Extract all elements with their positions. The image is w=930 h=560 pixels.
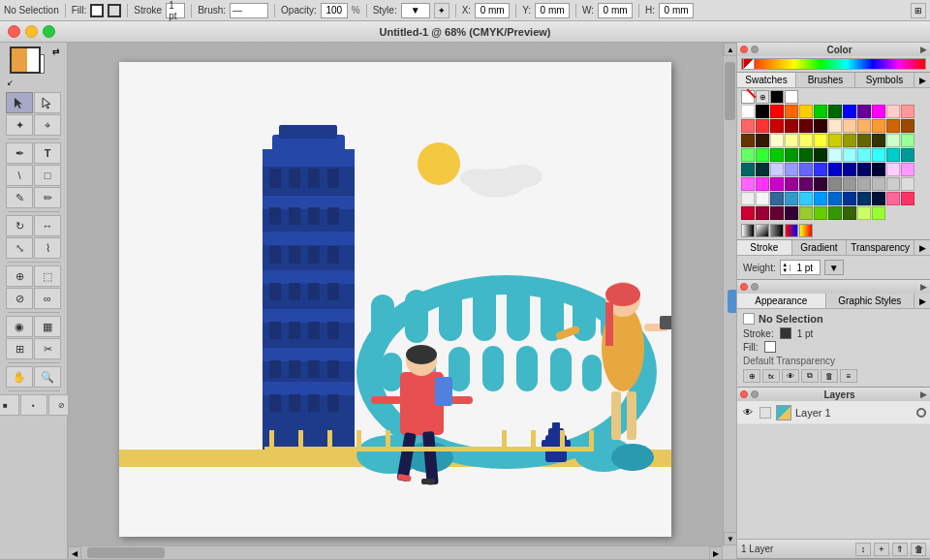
color-swatch[interactable] (814, 192, 827, 205)
app-menu-btn[interactable]: ≡ (840, 369, 857, 383)
direct-selection-tool[interactable] (34, 92, 61, 113)
fill-app-swatch[interactable] (764, 341, 776, 353)
color-swatch[interactable] (843, 192, 856, 205)
scroll-right-arrow[interactable]: ▶ (709, 546, 723, 559)
color-swatch[interactable] (901, 177, 914, 191)
x-input[interactable]: 0 mm (475, 3, 510, 18)
line-tool[interactable]: \ (6, 165, 33, 186)
style-icon[interactable]: ✦ (434, 3, 450, 18)
color-swatch[interactable] (756, 192, 769, 205)
app-dup-btn[interactable]: ⧉ (801, 369, 819, 383)
color-swatch[interactable] (770, 206, 784, 220)
color-swatch[interactable] (741, 148, 755, 162)
color-swatch[interactable] (741, 192, 755, 205)
color-swatch[interactable] (770, 148, 784, 162)
default-colors-icon[interactable]: ↙ (7, 78, 14, 87)
color-panel-minimize[interactable] (751, 46, 759, 53)
color-swatch[interactable] (799, 192, 813, 205)
color-swatch[interactable] (901, 134, 914, 147)
color-swatch[interactable] (741, 163, 755, 176)
color-swatch[interactable] (872, 119, 885, 133)
scroll-left-arrow[interactable]: ◀ (68, 546, 81, 559)
color-swatch[interactable] (843, 134, 856, 147)
color-swatch[interactable] (828, 206, 842, 220)
scroll-down-arrow[interactable]: ▼ (724, 532, 736, 545)
color-swatch[interactable] (872, 148, 885, 162)
color-swatch[interactable] (770, 163, 784, 176)
color-swatch[interactable] (857, 206, 871, 220)
color-swatch[interactable] (799, 105, 813, 118)
color-swatch[interactable] (828, 119, 842, 133)
gradient-swatch-3[interactable] (770, 224, 784, 237)
weight-unit-dropdown[interactable]: ▼ (824, 260, 844, 275)
warp-tool[interactable]: ⌇ (34, 237, 61, 259)
color-swatch[interactable] (814, 105, 827, 118)
color-swatch[interactable] (857, 119, 871, 133)
create-layer-btn[interactable]: + (874, 543, 889, 556)
rotate-tool[interactable]: ↻ (6, 215, 33, 236)
color-swatch[interactable] (741, 177, 755, 191)
app-eye-btn[interactable]: 👁 (782, 369, 799, 383)
eyedropper-tool[interactable]: ⊘ (6, 288, 33, 309)
color-swatch[interactable] (756, 206, 769, 220)
type-tool[interactable]: T (34, 142, 61, 164)
color-swatch[interactable] (814, 163, 827, 176)
opacity-input[interactable]: 100 (321, 3, 348, 18)
color-swatch[interactable] (857, 134, 871, 147)
color-swatch[interactable] (857, 163, 871, 176)
weight-down-btn[interactable]: ▼ (782, 267, 788, 273)
symbol-sprayer-tool[interactable]: ◉ (6, 316, 33, 337)
color-swatch[interactable] (785, 192, 798, 205)
color-swatch[interactable] (872, 206, 885, 220)
color-swatch[interactable] (828, 148, 842, 162)
color-swatch[interactable] (799, 206, 813, 220)
color-swatch[interactable] (785, 119, 798, 133)
color-swatch[interactable] (843, 119, 856, 133)
color-swatch[interactable] (843, 206, 856, 220)
tab-transparency[interactable]: Transparency (847, 240, 914, 255)
stroke-swatch[interactable] (108, 4, 121, 17)
move-to-layer-btn[interactable]: ⇑ (892, 543, 908, 556)
color-swatch[interactable] (756, 119, 769, 133)
color-swatch[interactable] (741, 134, 755, 147)
canvas-document[interactable] (119, 62, 671, 537)
color-swatch[interactable] (828, 177, 842, 191)
column-graph-tool[interactable]: ▦ (34, 316, 61, 337)
artboard-tool[interactable]: ⊞ (6, 338, 33, 359)
horizontal-scrollbar[interactable]: ◀ ▶ (68, 545, 723, 559)
selection-tool[interactable] (6, 92, 33, 113)
color-swatch[interactable] (872, 105, 885, 118)
color-swatch[interactable] (843, 177, 856, 191)
fg-swatch[interactable] (10, 47, 41, 74)
gradient-swatch-4[interactable] (785, 224, 798, 237)
lasso-tool[interactable]: ⌖ (34, 114, 61, 136)
color-panel-expand[interactable]: ▶ (920, 45, 927, 54)
color-swatch[interactable] (886, 134, 900, 147)
color-swatch[interactable] (799, 148, 813, 162)
color-swatch[interactable] (886, 119, 900, 133)
color-swatch[interactable] (770, 105, 784, 118)
tab-stroke[interactable]: Stroke (737, 240, 792, 255)
color-swatch[interactable] (770, 119, 784, 133)
arrange-icon[interactable]: ⊞ (911, 3, 926, 18)
gradient-swatch-2[interactable] (756, 224, 769, 237)
layer-visibility-toggle[interactable]: 👁 (741, 406, 755, 420)
slice-tool[interactable]: ✂ (34, 338, 61, 359)
weight-stepper-btns[interactable]: ▲ ▼ (781, 264, 790, 271)
appearance-close[interactable] (740, 283, 748, 291)
gradient-swatch-1[interactable] (741, 224, 755, 237)
color-swatch[interactable] (770, 192, 784, 205)
color-swatch[interactable] (872, 192, 885, 205)
swatch-register[interactable]: ⊕ (756, 90, 769, 104)
color-swatch[interactable] (901, 119, 914, 133)
swatches-panel-menu[interactable]: ▶ (914, 73, 930, 87)
gradient-swatch-5[interactable] (799, 224, 813, 237)
color-swatch[interactable] (756, 105, 769, 118)
appearance-expand[interactable]: ▶ (920, 282, 927, 292)
tab-graphic-styles[interactable]: Graphic Styles (826, 294, 915, 308)
weight-stepper[interactable]: ▲ ▼ 1 pt (780, 260, 821, 275)
color-swatch[interactable] (785, 105, 798, 118)
layers-expand[interactable]: ▶ (920, 389, 927, 399)
tab-symbols[interactable]: Symbols (855, 73, 914, 87)
color-swatch[interactable] (872, 177, 885, 191)
